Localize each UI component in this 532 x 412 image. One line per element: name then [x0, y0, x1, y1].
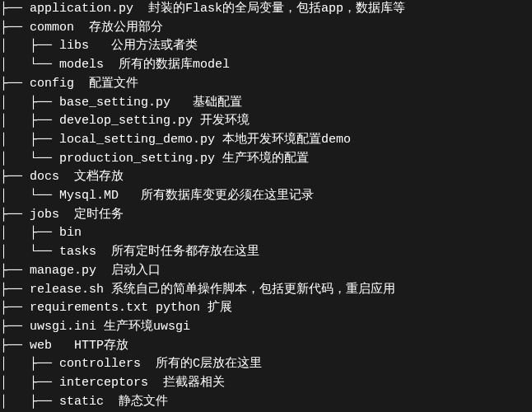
file-name: static — [59, 395, 104, 409]
file-description: python 扩展 — [148, 301, 232, 315]
tree-row: │ └── Mysql.MD 所有数据库变更必须在这里记录 — [0, 187, 532, 206]
tree-row: ├── common 存放公用部分 — [0, 19, 532, 38]
file-description: 所有的C层放在这里 — [141, 357, 262, 371]
file-name: uwsgi.ini — [30, 320, 96, 334]
file-name: config — [30, 77, 74, 91]
tree-branch-icon: │ ├── — [0, 395, 59, 409]
tree-row: ├── jobs 定时任务 — [0, 206, 532, 225]
tree-branch-icon: ├── — [0, 320, 30, 334]
tree-row: ├── manage.py 启动入口 — [0, 262, 532, 281]
directory-tree: ├── application.py 封装的Flask的全局变量，包括app，数… — [0, 0, 532, 412]
tree-row: ├── release.sh 系统自己的简单操作脚本，包括更新代码，重启应用 — [0, 281, 532, 300]
tree-row: │ ├── controllers 所有的C层放在这里 — [0, 355, 532, 374]
file-description: 所有的数据库model — [104, 58, 230, 72]
file-name: bin — [59, 226, 82, 240]
tree-branch-icon: │ ├── — [0, 114, 59, 128]
file-name: base_setting.py — [59, 96, 170, 110]
file-description: HTTP存放 — [52, 339, 128, 353]
file-name: interceptors — [59, 376, 148, 390]
file-name: common — [30, 21, 74, 35]
tree-row: │ ├── local_setting_demo.py 本地开发环境配置demo — [0, 131, 532, 150]
file-name: production_setting.py — [59, 152, 215, 166]
file-description: 存放公用部分 — [74, 21, 163, 35]
tree-branch-icon: │ └── — [0, 189, 59, 203]
tree-row: │ ├── libs 公用方法或者类 — [0, 37, 532, 56]
tree-row: │ ├── static 静态文件 — [0, 393, 532, 412]
tree-branch-icon: ├── — [0, 2, 30, 16]
tree-branch-icon: │ ├── — [0, 226, 59, 240]
tree-branch-icon: │ └── — [0, 152, 59, 166]
tree-branch-icon: │ ├── — [0, 96, 59, 110]
tree-row: │ └── production_setting.py 生产环境的配置 — [0, 150, 532, 169]
file-description: 封装的Flask的全局变量，包括app，数据库等 — [133, 2, 405, 16]
tree-branch-icon: │ └── — [0, 245, 59, 259]
tree-row: ├── docs 文档存放 — [0, 168, 532, 187]
file-name: release.sh — [30, 283, 104, 297]
file-name: Mysql.MD — [59, 189, 119, 203]
tree-row: ├── web HTTP存放 — [0, 337, 532, 356]
file-description: 启动入口 — [96, 264, 161, 278]
file-description: 生产环境uwsgi — [96, 320, 190, 334]
tree-branch-icon: ├── — [0, 264, 30, 278]
tree-branch-icon: │ ├── — [0, 133, 59, 147]
file-name: web — [30, 339, 52, 353]
file-name: local_setting_demo.py — [59, 133, 215, 147]
file-name: models — [59, 58, 104, 72]
file-name: requirements.txt — [30, 301, 148, 315]
tree-row: │ └── tasks 所有定时任务都存放在这里 — [0, 243, 532, 262]
tree-branch-icon: ├── — [0, 283, 30, 297]
file-name: tasks — [59, 245, 96, 259]
file-description: 开发环境 — [193, 114, 250, 128]
file-description: 基础配置 — [170, 96, 242, 110]
tree-row: ├── application.py 封装的Flask的全局变量，包括app，数… — [0, 0, 532, 19]
file-name: libs — [59, 39, 89, 53]
tree-branch-icon: ├── — [0, 21, 30, 35]
tree-row: │ ├── interceptors 拦截器相关 — [0, 374, 532, 393]
tree-branch-icon: │ └── — [0, 58, 59, 72]
file-description: 公用方法或者类 — [89, 39, 198, 53]
file-name: docs — [30, 170, 59, 184]
file-name: jobs — [30, 208, 59, 222]
tree-row: ├── uwsgi.ini 生产环境uwsgi — [0, 318, 532, 337]
tree-row: │ ├── bin — [0, 224, 532, 243]
file-description: 所有数据库变更必须在这里记录 — [119, 189, 314, 203]
file-name: application.py — [30, 2, 133, 16]
file-description: 本地开发环境配置demo — [215, 133, 351, 147]
tree-branch-icon: │ ├── — [0, 376, 59, 390]
tree-branch-icon: ├── — [0, 208, 30, 222]
tree-branch-icon: ├── — [0, 77, 30, 91]
file-description: 配置文件 — [74, 77, 138, 91]
file-description: 定时任务 — [59, 208, 124, 222]
file-description: 生产环境的配置 — [215, 152, 309, 166]
tree-branch-icon: ├── — [0, 339, 30, 353]
tree-row: ├── config 配置文件 — [0, 75, 532, 94]
file-description: 系统自己的简单操作脚本，包括更新代码，重启应用 — [104, 283, 395, 297]
tree-row: │ └── models 所有的数据库model — [0, 56, 532, 75]
file-description: 所有定时任务都存放在这里 — [96, 245, 259, 259]
file-name: controllers — [59, 357, 141, 371]
tree-row: │ ├── develop_setting.py 开发环境 — [0, 112, 532, 131]
tree-branch-icon: ├── — [0, 301, 30, 315]
file-description: 静态文件 — [104, 395, 168, 409]
file-name: develop_setting.py — [59, 114, 193, 128]
file-description: 拦截器相关 — [148, 376, 225, 390]
tree-branch-icon: │ ├── — [0, 39, 59, 53]
file-name: manage.py — [30, 264, 96, 278]
file-description: 文档存放 — [59, 170, 124, 184]
tree-row: ├── requirements.txt python 扩展 — [0, 299, 532, 318]
tree-row: │ ├── base_setting.py 基础配置 — [0, 94, 532, 113]
tree-branch-icon: │ ├── — [0, 357, 59, 371]
tree-branch-icon: ├── — [0, 170, 30, 184]
